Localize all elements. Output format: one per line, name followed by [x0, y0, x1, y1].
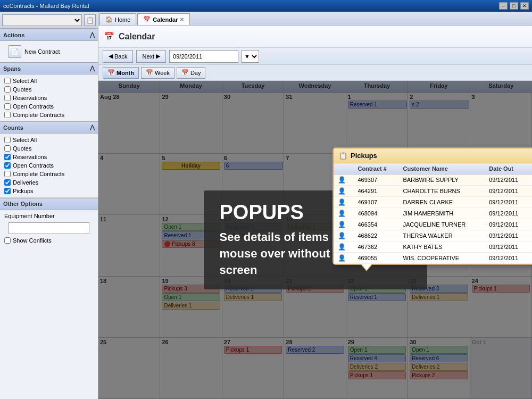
count-select-all-checkbox[interactable]: [4, 137, 11, 143]
count-complete-contracts-label: Complete Contracts: [13, 171, 64, 177]
title-bar-controls: ─ □ ✕: [499, 2, 529, 10]
calendar-header: 📅 Calendar: [98, 26, 532, 48]
back-button[interactable]: ◀ Back: [103, 50, 133, 63]
table-row[interactable]: 👤 464291 CHAROLTTE BURNS 09/12/2011 09/1…: [334, 186, 532, 197]
counts-collapse-icon[interactable]: ⋀: [90, 124, 95, 131]
pickups-header-icon: 📋: [339, 152, 347, 160]
calendar-tab-icon: 📅: [143, 16, 151, 23]
back-arrow-icon: ◀: [109, 53, 113, 60]
new-contract-icon: 📄: [9, 45, 21, 58]
row-icon: 👤: [334, 208, 353, 219]
new-contract-label: New Contract: [24, 48, 60, 55]
pickups-popup: 📋 Pickups Contract # Customer Name Date …: [332, 147, 532, 265]
count-deliveries-checkbox[interactable]: [4, 179, 11, 186]
row-customer: BARBWIRE SUPPLY: [399, 174, 485, 186]
equipment-number-label: Equipment Number: [4, 212, 94, 220]
week-view-button[interactable]: 📅 Week: [141, 67, 174, 79]
row-dateout: 09/12/2011: [485, 186, 530, 197]
next-arrow-icon: ▶: [156, 53, 160, 60]
count-open-contracts-checkbox[interactable]: [4, 162, 11, 169]
count-complete-contracts-checkbox[interactable]: [4, 171, 11, 177]
count-quotes-checkbox[interactable]: [4, 145, 11, 152]
span-select-all-checkbox[interactable]: [4, 78, 11, 84]
sidebar: 📋 Actions ⋀ 📄 New Contract Spans ⋀ Selec…: [0, 12, 98, 399]
table-row[interactable]: 👤 468622 THERSA WALKER 09/12/2011 09/12/…: [334, 230, 532, 242]
next-button[interactable]: Next ▶: [136, 50, 166, 63]
week-view-icon: 📅: [146, 69, 153, 76]
restore-button[interactable]: □: [510, 2, 518, 10]
row-contract: 469307: [353, 174, 398, 186]
other-options-label: Other Options: [3, 201, 43, 207]
span-reservations: Reservations: [4, 94, 94, 102]
count-pickups-label: Pickups: [13, 188, 34, 194]
counts-label: Counts: [3, 124, 23, 131]
row-dateout: 09/12/2011: [485, 219, 530, 230]
span-complete-contracts-checkbox[interactable]: [4, 112, 11, 118]
week-view-label: Week: [155, 70, 170, 76]
span-reservations-label: Reservations: [13, 95, 47, 101]
span-select-all: Select All: [4, 77, 94, 85]
month-view-button[interactable]: 📅 Month: [103, 67, 139, 79]
next-label: Next: [142, 53, 154, 60]
show-conflicts: Show Conflicts: [4, 236, 94, 245]
tab-home[interactable]: 🏠 Home: [99, 13, 136, 25]
row-icon: 👤: [334, 186, 353, 197]
new-contract-button[interactable]: 📄 New Contract: [4, 43, 94, 60]
span-quotes-checkbox[interactable]: [4, 86, 11, 93]
date-dropdown[interactable]: ▼: [242, 50, 259, 63]
actions-label: Actions: [3, 32, 24, 38]
row-contract: 467362: [353, 242, 398, 253]
calendar-tab-label: Calendar: [153, 16, 178, 23]
row-icon: 👤: [334, 219, 353, 230]
count-pickups-checkbox[interactable]: [4, 188, 11, 194]
table-row[interactable]: 👤 469307 BARBWIRE SUPPLY 09/12/2011 09/1…: [334, 174, 532, 186]
pickups-popup-header: 📋 Pickups: [334, 148, 532, 163]
table-row[interactable]: 👤 468094 JIM HAMERSMITH 09/12/2011 09/12…: [334, 208, 532, 219]
table-row[interactable]: 👤 469055 WIS. COOPERATIVE 09/12/2011 09/…: [334, 253, 532, 264]
home-tab-icon: 🏠: [105, 16, 113, 23]
span-open-contracts-label: Open Contracts: [13, 103, 54, 110]
calendar-grid: Sunday Monday Tuesday Wednesday Thursday…: [98, 81, 532, 399]
sidebar-icon-button[interactable]: 📋: [84, 14, 96, 26]
span-open-contracts: Open Contracts: [4, 102, 94, 111]
row-contract: 469107: [353, 197, 398, 208]
table-row[interactable]: 👤 467362 KATHY BATES 09/12/2011 09/12/20…: [334, 242, 532, 253]
day-view-button[interactable]: 📅 Day: [177, 67, 206, 79]
span-open-contracts-checkbox[interactable]: [4, 103, 11, 110]
count-deliveries-label: Deliveries: [13, 179, 38, 186]
equipment-number-input[interactable]: [9, 222, 89, 234]
row-icon: 👤: [334, 197, 353, 208]
pickups-popup-title: Pickups: [351, 152, 377, 160]
date-input[interactable]: [169, 50, 238, 63]
row-icon: 👤: [334, 242, 353, 253]
sidebar-dropdown[interactable]: [2, 14, 82, 26]
tab-calendar[interactable]: 📅 Calendar ✕: [137, 13, 190, 25]
show-conflicts-checkbox[interactable]: [4, 237, 11, 244]
span-quotes: Quotes: [4, 85, 94, 94]
show-conflicts-label: Show Conflicts: [13, 237, 52, 244]
table-row[interactable]: 👤 466354 JACQUELINE TURNER 09/12/2011 09…: [334, 219, 532, 230]
count-reservations-checkbox[interactable]: [4, 154, 11, 160]
spans-label: Spans: [3, 65, 21, 72]
spans-collapse-icon[interactable]: ⋀: [90, 65, 95, 72]
row-dateout: 09/12/2011: [485, 197, 530, 208]
close-button[interactable]: ✕: [520, 2, 529, 10]
span-reservations-checkbox[interactable]: [4, 95, 11, 101]
title-bar-text: ceContracts - Mallard Bay Rental: [3, 3, 89, 9]
minimize-button[interactable]: ─: [499, 2, 508, 10]
other-options-content: Equipment Number Show Conflicts: [0, 210, 98, 247]
row-customer: WIS. COOPERATIVE: [399, 253, 485, 264]
row-customer: THERSA WALKER: [399, 230, 485, 242]
row-icon: 👤: [334, 230, 353, 242]
month-view-icon: 📅: [107, 69, 115, 76]
count-pickups: Pickups: [4, 187, 94, 195]
calendar-tab-close[interactable]: ✕: [180, 17, 184, 22]
count-select-all: Select All: [4, 136, 94, 144]
table-row[interactable]: 👤 469107 DARREN CLARKE 09/12/2011 09/12/…: [334, 197, 532, 208]
actions-collapse-icon[interactable]: ⋀: [90, 31, 95, 38]
row-icon: 👤: [334, 253, 353, 264]
count-quotes-label: Quotes: [13, 145, 31, 152]
month-view-label: Month: [117, 70, 134, 76]
row-contract: 469055: [353, 253, 398, 264]
calendar-title: Calendar: [119, 32, 155, 41]
